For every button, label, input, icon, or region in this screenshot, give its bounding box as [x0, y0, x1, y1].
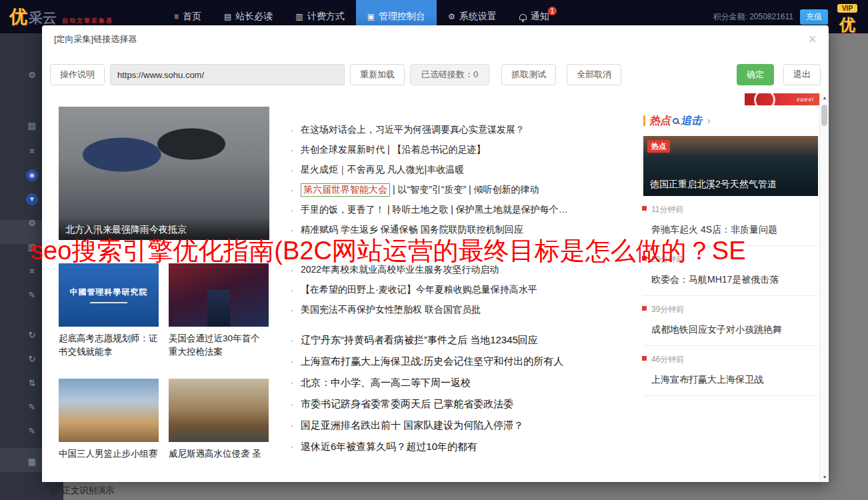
book-icon: ▤: [224, 12, 231, 21]
url-input[interactable]: [110, 64, 345, 85]
thumb-news-academy[interactable]: 中國管理科學研究院 起底高考志愿规划师：证书交钱就能拿: [59, 263, 159, 359]
logo-text: 采云: [29, 9, 57, 27]
hot-topic-item-1[interactable]: 11分钟前 奔驰车起火 4S店：非质量问题: [643, 196, 818, 246]
news-link-text: 退休近6年被查算久吗？超过10年的都有: [301, 441, 477, 453]
news-link-text: 辽宁丹东“持黄码者看病被拦”事件之后 当地12345回应: [301, 334, 538, 347]
billing-icon: ▥: [295, 12, 303, 21]
news-link-text: 北京：中小学、高一高二等下周一返校: [301, 377, 471, 389]
help-button[interactable]: 操作说明: [50, 64, 105, 85]
list-icon[interactable]: ≡: [26, 145, 38, 157]
bullet-icon: ·: [290, 398, 294, 410]
news-link-14[interactable]: · 市委书记跻身省委常委两天后 已掌舵省委政法委: [290, 393, 629, 415]
news-link-13[interactable]: · 北京：中小学、高一高二等下周一返校: [290, 372, 629, 393]
academy-image: 中國管理科學研究院: [59, 263, 159, 327]
hot-topic-item-3[interactable]: 39分钟前 成都地铁回应女子对小孩跳艳舞: [643, 296, 818, 346]
notification-badge: 1: [548, 7, 557, 15]
reload-button[interactable]: 重新加载: [350, 64, 405, 85]
thumb-caption: 中国三人男篮止步小组赛: [59, 447, 159, 461]
bullet-icon: ·: [290, 355, 294, 367]
news-link-16[interactable]: · 退休近6年被查算久吗？超过10年的都有: [290, 436, 629, 457]
hot-header-word1: 热点: [649, 114, 671, 128]
chart-icon[interactable]: ▤: [26, 120, 38, 132]
news-link-12[interactable]: · 上海宣布打赢大上海保卫战:历史会记住坚守和付出的所有人: [290, 351, 629, 372]
news-link-7[interactable]: ·: [290, 240, 629, 260]
thumb-news-gun-bill[interactable]: 美国会通过近30年首个重大控枪法案: [169, 263, 269, 359]
bullet-icon: ·: [290, 244, 294, 256]
hot-topics-panel: 热点 追击 › 热点 德国正重启北溪2号天然气管道 11分钟前 奔驰车起火 4S…: [643, 113, 818, 396]
nav-item-label: 首页: [183, 11, 201, 23]
filter-icon[interactable]: ▼: [26, 193, 38, 205]
home-icon: ≡: [174, 12, 179, 21]
bullet-icon: ·: [290, 419, 294, 431]
news-link-text: 手里的饭，更香了！ | 聆听土地之歌 | 保护黑土地就是保护每个…: [301, 204, 568, 216]
news-link-text: 【在希望的田野上·麦收记】今年夏粮收购总量保持高水平: [301, 284, 537, 296]
body-recognition-demo-link[interactable]: ▤ 正文识别演示: [49, 485, 114, 497]
bullet-icon: ·: [290, 304, 294, 316]
news-link-text: 美国宪法不再保护女性堕胎权 联合国官员批: [301, 304, 481, 316]
nav-item-label: 通知: [531, 11, 549, 23]
news-link-text: 精准赋码 学生返乡 保通保畅 国务院联防联控机制回应: [301, 224, 523, 236]
news-link-2[interactable]: · 共创全球发展新时代 | 【沿着总书记的足迹】: [290, 140, 629, 160]
settings-icon[interactable]: ⚙: [26, 217, 38, 229]
close-icon[interactable]: ×: [808, 32, 817, 47]
news-link-11[interactable]: · 辽宁丹东“持黄码者看病被拦”事件之后 当地12345回应: [290, 329, 629, 351]
news-link-1[interactable]: · 在这场对话会上，习近平为何强调要真心实意谋发展？: [290, 120, 629, 140]
hot-feature-story[interactable]: 热点 德国正重启北溪2号天然气管道: [643, 136, 818, 196]
nav-item-label: 系统设置: [459, 11, 497, 23]
menu-icon[interactable]: ≡: [26, 265, 38, 277]
news-link-4[interactable]: · 第六届世界智能大会 | 以“智变”引“质变” | 倾听创新的律动: [290, 180, 629, 200]
news-link-10[interactable]: · 美国宪法不再保护女性堕胎权 联合国官员批: [290, 300, 629, 320]
grid-icon[interactable]: ▦: [26, 456, 38, 468]
corner-branding: VIP 优: [832, 1, 863, 35]
thumb-news-venice[interactable]: 威尼斯遇高水位侵袭 圣: [169, 379, 269, 461]
link-selector-dialog: [定向采集]链接选择器 × 操作说明 重新加载 已选链接数：0 抓取测试 全部取…: [42, 25, 829, 482]
write-icon[interactable]: ✎: [26, 401, 38, 413]
gear-icon[interactable]: ⚙: [26, 69, 38, 81]
news-link-text: 2022年离校未就业高校毕业生服务攻坚行动启动: [301, 264, 499, 276]
thumb-caption: 美国会通过近30年首个重大控枪法案: [169, 332, 269, 359]
refresh-icon[interactable]: ↻: [26, 329, 38, 341]
hot-topic-title: 奔驰车起火 4S店：非质量问题: [651, 224, 777, 235]
news-link-8[interactable]: · 2022年离校未就业高校毕业生服务攻坚行动启动: [290, 260, 629, 280]
hot-topics-header[interactable]: 热点 追击 ›: [643, 113, 818, 128]
bullet-icon: ·: [290, 204, 294, 216]
exit-button[interactable]: 退出: [783, 64, 821, 85]
news-link-3[interactable]: · 星火成炬｜不舍再见 凡人微光|丰收温暖: [290, 160, 629, 180]
crawl-test-button[interactable]: 抓取测试: [501, 64, 556, 85]
compose-icon[interactable]: ✎: [26, 425, 38, 437]
news-link-9[interactable]: · 【在希望的田野上·麦收记】今年夏粮收购总量保持高水平: [290, 280, 629, 300]
basketball-image: [59, 379, 159, 442]
news-link-15[interactable]: · 国足亚洲排名跌出前十 国家队建设为何陷入停滞？: [290, 415, 629, 436]
news-link-5[interactable]: · 手里的饭，更香了！ | 聆听土地之歌 | 保护黑土地就是保护每个…: [290, 200, 629, 220]
webview-scrollbar[interactable]: ▲ ▼: [819, 93, 829, 482]
hot-topic-item-2[interactable]: 29分钟前 欧委会：马航MH17是被俄击落: [643, 246, 818, 296]
document-icon[interactable]: ▥: [26, 241, 38, 253]
news-link-6[interactable]: · 精准赋码 学生返乡 保通保畅 国务院联防联控机制回应: [290, 220, 629, 240]
bullet-icon: ·: [290, 334, 294, 346]
thumb-caption: 起底高考志愿规划师：证书交钱就能拿: [59, 332, 159, 359]
academy-image-label: 中國管理科學研究院: [70, 287, 148, 298]
target-icon[interactable]: ◉: [26, 169, 38, 181]
confirm-button[interactable]: 确定: [737, 64, 774, 85]
selected-links-count: 已选链接数：0: [410, 64, 489, 85]
cancel-all-button[interactable]: 全部取消: [567, 64, 621, 85]
academy-image-rule: [90, 302, 127, 303]
sync-icon[interactable]: ↻: [26, 353, 38, 365]
bullet-icon: ·: [290, 124, 294, 136]
nav-item-label: 计费方式: [307, 11, 345, 23]
promo-ribbon[interactable]: xuexi: [745, 93, 819, 105]
scroll-up-icon[interactable]: ▲: [820, 93, 829, 103]
dialog-header: [定向采集]链接选择器 ×: [42, 25, 829, 53]
feature-news-image[interactable]: 北方入汛来最强降雨今夜抵京: [59, 107, 269, 240]
scrollbar-thumb[interactable]: [821, 105, 827, 126]
dialog-toolbar: 操作说明 重新加载 已选链接数：0 抓取测试 全部取消 确定 退出: [42, 53, 829, 93]
scroll-down-icon[interactable]: ▼: [820, 473, 829, 482]
edit-icon[interactable]: ✎: [26, 289, 38, 301]
recharge-button[interactable]: 充值: [800, 9, 828, 25]
hot-topic-time: 46分钟前: [651, 354, 811, 365]
swap-icon[interactable]: ⇅: [26, 377, 38, 389]
thumb-news-basketball[interactable]: 中国三人男篮止步小组赛: [59, 379, 159, 461]
hot-header-word2: 追击: [681, 114, 702, 128]
hot-topic-item-4[interactable]: 46分钟前 上海宣布打赢大上海保卫战: [643, 346, 818, 396]
panel-icon: ▤: [49, 486, 57, 496]
